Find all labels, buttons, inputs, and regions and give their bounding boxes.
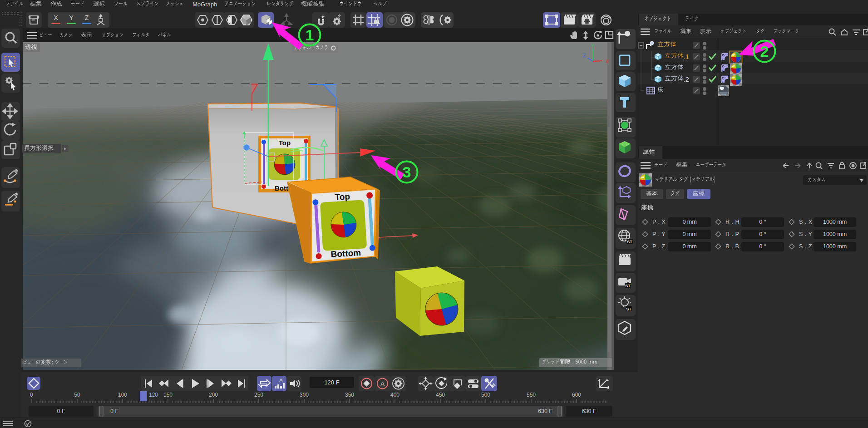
svg-text:50: 50 — [74, 392, 80, 398]
svg-text:0: 0 — [30, 392, 33, 398]
svg-text:300: 300 — [300, 392, 309, 398]
svg-text:ST: ST — [627, 240, 632, 244]
svg-text:400: 400 — [390, 392, 399, 398]
svg-text:ST: ST — [625, 284, 631, 288]
svg-text:Top: Top — [335, 192, 350, 202]
svg-text:X: X — [606, 59, 609, 64]
svg-text:500: 500 — [481, 392, 490, 398]
svg-text:450: 450 — [436, 392, 445, 398]
svg-text:150: 150 — [163, 392, 173, 398]
svg-text:100: 100 — [118, 392, 127, 398]
svg-text:A: A — [279, 378, 283, 383]
svg-text:Y: Y — [591, 43, 595, 49]
svg-text:200: 200 — [209, 392, 218, 398]
svg-text:Z: Z — [583, 53, 586, 58]
svg-text:350: 350 — [345, 392, 354, 398]
svg-text:A: A — [380, 380, 385, 387]
svg-text:ST: ST — [626, 307, 631, 311]
svg-text:Bott: Bott — [275, 184, 288, 192]
svg-text:600: 600 — [572, 392, 581, 398]
svg-text:Top: Top — [279, 139, 291, 147]
svg-text:550: 550 — [527, 392, 536, 398]
svg-text:Bottom: Bottom — [330, 248, 361, 259]
svg-text:120: 120 — [149, 392, 158, 398]
svg-text:250: 250 — [254, 392, 263, 398]
